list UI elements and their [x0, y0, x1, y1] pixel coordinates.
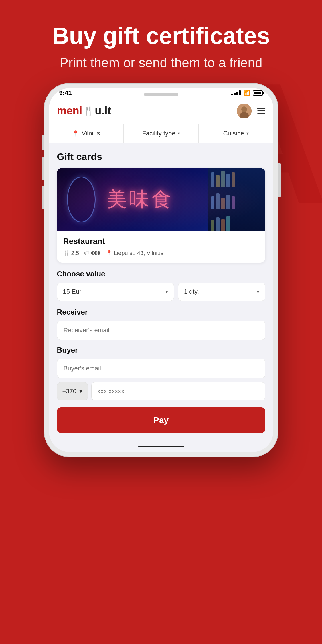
- country-code-value: +370: [62, 388, 77, 395]
- price-value: €€€: [91, 250, 100, 256]
- home-indicator: [49, 441, 273, 452]
- svg-point-1: [241, 106, 247, 112]
- volume-up-button: [42, 157, 44, 180]
- buyer-email-input[interactable]: [57, 359, 265, 378]
- home-bar: [138, 446, 184, 447]
- rating-value: 2,5: [71, 250, 79, 256]
- receiver-email-input[interactable]: [57, 321, 265, 340]
- restaurant-card: 美味食: [57, 168, 265, 263]
- phone-input-row: +370 ▾: [57, 382, 265, 400]
- address-item: 📍 Liepų st. 43, Vilnius: [106, 250, 163, 256]
- value-selected: 15 Eur: [63, 288, 163, 295]
- filter-location-label: Vilnius: [82, 130, 100, 137]
- card-image: 美味食: [57, 168, 265, 231]
- cuisine-chevron-icon: ▾: [246, 131, 249, 136]
- page-header: Buy gift certificates Print them or send…: [35, 0, 287, 83]
- filter-location[interactable]: 📍 Vilnius: [49, 124, 124, 143]
- receiver-section: Receiver: [57, 308, 265, 340]
- phone-frame: 9:41 📶 meni 🍴 u.lt: [44, 83, 278, 457]
- value-chevron-icon: ▾: [165, 289, 168, 295]
- app-logo: meni 🍴 u.lt: [57, 105, 111, 117]
- card-meta: 🍴 2,5 🏷 €€€ 📍 Liepų st. 43, Vilnius: [63, 250, 259, 256]
- country-code-chevron-icon: ▾: [79, 388, 82, 395]
- page-subtitle: Print them or send them to a friend: [52, 54, 270, 72]
- status-time: 9:41: [59, 89, 72, 97]
- phone-screen: 9:41 📶 meni 🍴 u.lt: [49, 88, 273, 452]
- logo-ult: u.lt: [95, 105, 111, 117]
- value-select[interactable]: 15 Eur ▾: [57, 283, 174, 301]
- qty-selected: 1 qty.: [184, 288, 254, 295]
- volume-mute-button: [42, 135, 44, 150]
- power-button: [278, 163, 281, 197]
- price-item: 🏷 €€€: [84, 250, 100, 256]
- qty-chevron-icon: ▾: [257, 289, 259, 295]
- facility-chevron-icon: ▾: [178, 131, 180, 136]
- fork-icon: 🍴: [63, 250, 70, 256]
- battery-icon: [253, 90, 263, 96]
- menu-button[interactable]: [257, 108, 265, 114]
- filter-cuisine[interactable]: Cuisine ▾: [199, 124, 273, 143]
- choose-value-section: Choose value 15 Eur ▾ 1 qty. ▾: [57, 270, 265, 301]
- pay-button[interactable]: Pay: [57, 407, 265, 433]
- signal-icon: [231, 90, 241, 95]
- avatar[interactable]: [237, 104, 252, 118]
- buyer-section: Buyer +370 ▾: [57, 346, 265, 400]
- filter-cuisine-label: Cuisine: [223, 130, 244, 137]
- page-title: Buy gift certificates: [52, 23, 270, 49]
- qty-select[interactable]: 1 qty. ▾: [178, 283, 265, 301]
- location-icon: 📍: [72, 130, 79, 137]
- rating-item: 🍴 2,5: [63, 250, 79, 256]
- filter-facility-label: Facility type: [142, 130, 175, 137]
- choose-value-label: Choose value: [57, 270, 265, 278]
- restaurant-name: Restaurant: [63, 237, 259, 246]
- volume-down-button: [42, 186, 44, 209]
- filter-bar: 📍 Vilnius Facility type ▾ Cuisine ▾: [49, 124, 273, 143]
- country-code-selector[interactable]: +370 ▾: [57, 382, 88, 400]
- section-title: Gift cards: [57, 151, 265, 162]
- address-value: Liepų st. 43, Vilnius: [114, 250, 163, 256]
- wifi-icon: 📶: [244, 90, 250, 96]
- header-right: [237, 104, 265, 118]
- card-body: Restaurant 🍴 2,5 🏷 €€€ 📍 Liepų st. 43: [57, 231, 265, 263]
- pin-icon: 📍: [106, 250, 112, 256]
- logo-meni: meni: [57, 105, 82, 117]
- main-content: Gift cards 美味食: [49, 143, 273, 433]
- filter-facility[interactable]: Facility type ▾: [124, 124, 199, 143]
- buyer-label: Buyer: [57, 346, 265, 355]
- receiver-label: Receiver: [57, 308, 265, 317]
- phone-speaker: [144, 93, 178, 96]
- phone-number-input[interactable]: [91, 382, 265, 400]
- value-row: 15 Eur ▾ 1 qty. ▾: [57, 283, 265, 301]
- price-tag-icon: 🏷: [84, 250, 89, 256]
- logo-fork-icon: 🍴: [83, 106, 94, 116]
- status-icons: 📶: [231, 90, 263, 96]
- app-header: meni 🍴 u.lt: [49, 100, 273, 124]
